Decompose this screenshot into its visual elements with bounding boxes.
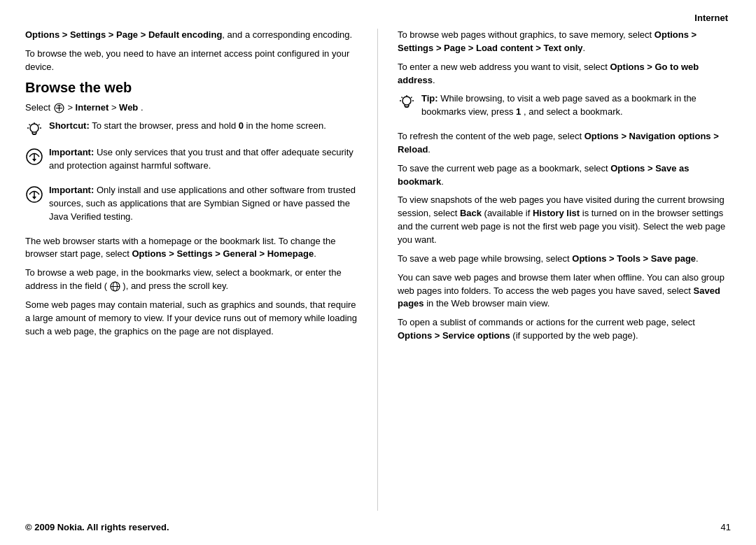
left-para3: Some web pages may contain material, suc… [25,299,358,339]
left-column: Options > Settings > Page > Default enco… [25,29,378,511]
important-icon-2 [25,185,45,206]
select-pre: Select [25,102,53,113]
shortcut-label: Shortcut: [49,120,90,131]
right-para8-pre: To open a sublist of commands or actions… [398,317,695,327]
intro-rest: , and a corresponding encoding. [222,29,352,40]
page: Internet Options > Settings > Page > Def… [0,0,756,545]
right-column: To browse web pages without graphics, to… [378,29,731,511]
right-para2-end: . [433,75,435,85]
select-mid: > [67,102,75,113]
important-arrow-icon-1 [25,148,43,166]
right-para5-mid: (available if [482,208,533,218]
select-bold1: Internet [76,102,109,113]
intro-paragraph: Options > Settings > Page > Default enco… [25,29,358,42]
important-text-2: Important: Only install and use applicat… [49,184,358,224]
select-bold2: Web [119,102,138,113]
svg-point-3 [30,124,38,132]
important-box-1: Important: Use only services that you tr… [25,146,358,178]
tip-key: 1 [516,106,521,117]
right-para3-pre: To refresh the content of the web page, … [398,131,584,141]
right-para8-bold: Options > Service options [398,330,510,341]
header-title: Internet [694,13,728,23]
right-para1-end: . [583,43,586,53]
right-para1-pre: To browse web pages without graphics, to… [398,29,654,40]
section-heading: Browse the web [25,80,358,96]
page-number: 41 [721,522,731,532]
left-para1: The web browser starts with a homepage o… [25,235,358,262]
section-heading-text: Browse the web [25,80,132,95]
right-para7: You can save web pages and browse them l… [398,271,731,311]
important-content-2: Only install and use applications and ot… [49,185,356,222]
tip-icon [25,120,45,141]
right-para3: To refresh the content of the web page, … [398,130,731,157]
svg-marker-15 [32,197,36,199]
menu-icon [54,103,64,113]
right-para6-bold: Options > Tools > Save page [572,253,696,264]
important-label-2: Important: [49,185,94,195]
svg-line-22 [402,97,403,99]
right-para8: To open a sublist of commands or actions… [398,316,731,343]
right-para7-rest: in the Web browser main view. [424,298,550,309]
important-icon-1 [25,148,45,168]
shortcut-suffix: in the home screen. [246,120,326,131]
select-end: . [141,102,144,113]
tip-lightbulb-icon [398,93,416,111]
lightbulb-icon [25,120,43,139]
footer: © 2009 Nokia. All rights reserved. 41 [25,518,731,532]
important-label-1: Important: [49,147,94,157]
right-para6-end: . [696,253,699,264]
left-para1-end: . [314,248,316,259]
tip-rest: , and select a bookmark. [524,106,623,117]
important-arrow-icon-2 [25,185,43,204]
tip-box: Tip: While browsing, to visit a web page… [398,92,731,125]
copyright: © 2009 Nokia. All rights reserved. [25,522,169,532]
right-para8-rest: (if supported by the web page). [510,330,638,341]
right-para4: To save the current web page as a bookma… [398,162,731,189]
shortcut-text: Shortcut: To start the browser, press an… [49,120,326,133]
content-area: Options > Settings > Page > Default enco… [25,29,731,511]
right-para6-pre: To save a web page while browsing, selec… [398,253,572,264]
right-para2-pre: To enter a new web address you want to v… [398,62,610,72]
shortcut-pre: To start the browser, press and hold [92,120,239,131]
select-mid2: > [111,102,119,113]
svg-marker-12 [32,159,36,162]
left-para2: To browse a web page, in the bookmarks v… [25,267,358,293]
right-para1: To browse web pages without graphics, to… [398,29,731,55]
intro-para2-text: To browse the web, you need to have an i… [25,48,349,72]
right-para6: To save a web page while browsing, selec… [398,253,731,266]
svg-line-23 [411,97,412,99]
important-content-1: Use only services that you trust and tha… [49,147,354,171]
svg-line-7 [38,125,40,126]
svg-line-6 [29,125,31,126]
left-para2-post: ), and press the scroll key. [122,281,228,291]
right-para5: To view snapshots of the web pages you h… [398,194,731,246]
intro-para2: To browse the web, you need to have an i… [25,48,358,74]
intro-bold: Options > Settings > Page > Default enco… [25,29,222,40]
right-para2: To enter a new web address you want to v… [398,61,731,87]
important-box-2: Important: Only install and use applicat… [25,184,358,229]
page-header: Internet [25,13,731,23]
shortcut-key: 0 [239,120,244,131]
right-para4-pre: To save the current web page as a bookma… [398,163,610,174]
select-line: Select > Internet > Web . [25,101,358,115]
right-para5-bold2: History list [533,208,580,218]
right-para5-bold1: Back [460,208,482,218]
right-para4-end: . [441,176,444,187]
important-text-1: Important: Use only services that you tr… [49,146,358,173]
address-bar-icon [110,281,120,292]
tip-text: Tip: While browsing, to visit a web page… [421,92,731,119]
left-para1-bold: Options > Settings > General > Homepage [132,248,314,259]
svg-point-19 [402,97,411,105]
tip-label: Tip: [421,93,438,104]
right-para3-end: . [428,144,430,155]
shortcut-box: Shortcut: To start the browser, press an… [25,120,358,141]
tip-bulb-icon [398,93,417,113]
right-para7-pre: You can save web pages and browse them l… [398,272,724,296]
